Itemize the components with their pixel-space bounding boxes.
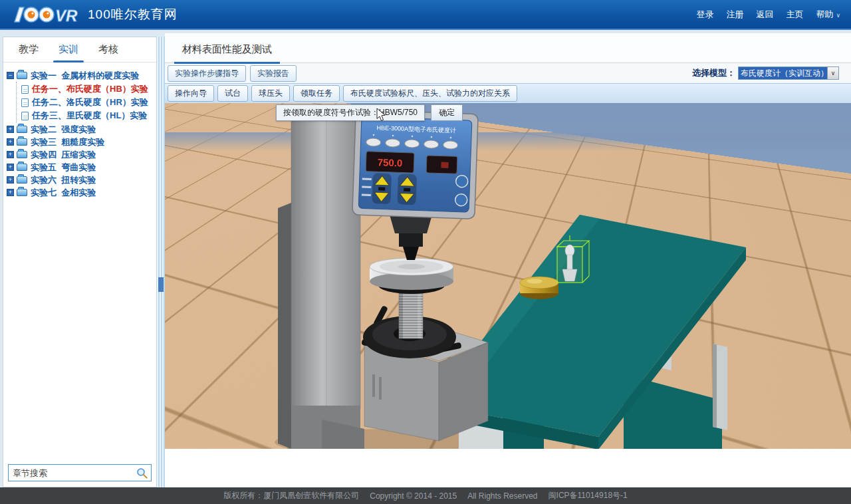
nav-back[interactable]: 返回 — [756, 9, 773, 21]
experiment-tree: − 实验一 金属材料的硬度实验 任务一、布氏硬度（HB）实验 任务二、洛氏硬度（… — [3, 63, 156, 205]
folder-icon — [17, 151, 27, 158]
led-display-secondary — [441, 162, 448, 168]
get-task-button[interactable]: 领取任务 — [293, 85, 340, 102]
tree-node-exp5[interactable]: + 实验五 弯曲实验 — [7, 161, 153, 174]
svg-text:VR: VR — [55, 7, 78, 25]
test-platform[interactable] — [370, 258, 453, 294]
copyright-years: Copyright © 2014 - 2015 — [370, 491, 457, 501]
icp-license: 闽ICP备11014918号-1 — [548, 490, 628, 501]
folder-icon — [17, 176, 27, 184]
expand-icon[interactable]: + — [7, 126, 14, 133]
sidebar-tabs: 教学 实训 考核 — [3, 37, 156, 63]
task-prompt: 按领取的硬度符号作试验：HBW5/750 确定 — [276, 104, 463, 121]
expand-icon[interactable]: + — [7, 151, 14, 158]
main-panel: 材料表面性能及测试 实验操作步骤指导 实验报告 选择模型： 布氏硬度计（实训互动… — [165, 33, 851, 487]
content-area: 教学 实训 考核 − 实验一 金属材料的硬度实验 任务一、布氏硬度（HB）实验 … — [0, 33, 851, 487]
steps-guide-button[interactable]: 实验操作步骤指导 — [168, 65, 246, 82]
wizard-button[interactable]: 操作向导 — [168, 85, 214, 102]
nav-login[interactable]: 登录 — [696, 9, 713, 21]
test-platform-button[interactable]: 试台 — [217, 85, 248, 102]
gold-specimen[interactable] — [520, 277, 558, 299]
confirm-button[interactable]: 确定 — [431, 104, 463, 121]
search-icon[interactable] — [136, 467, 148, 479]
scale-relation-button[interactable]: 布氏硬度试验标尺、压头、试验力的对应关系 — [343, 85, 517, 102]
3d-scene[interactable]: HBE-3000A型电子布氏硬度计 750.0 — [165, 103, 851, 449]
copyright-owner: 版权所有：厦门凤凰创壹软件有限公司 — [223, 490, 359, 501]
tree-node-exp2[interactable]: + 实验二 强度实验 — [7, 123, 153, 136]
nav-register[interactable]: 注册 — [726, 9, 743, 21]
folder-icon — [17, 164, 27, 171]
folder-open-icon — [17, 72, 27, 79]
document-icon — [21, 98, 29, 107]
expand-icon[interactable]: + — [7, 164, 14, 171]
tab-teaching[interactable]: 教学 — [17, 37, 40, 62]
arrow-down-button[interactable] — [397, 174, 417, 205]
tree-children-exp1: 任务一、布氏硬度（HB）实验 任务二、洛氏硬度（HR）实验 任务三、里氏硬度（H… — [16, 82, 153, 123]
tree-node-exp6[interactable]: + 实验六 扭转实验 — [7, 174, 153, 186]
tab-assessment[interactable]: 考核 — [97, 37, 120, 62]
model-select[interactable]: 布氏硬度计（实训互动） ∨ — [738, 66, 839, 80]
model-select-value: 布氏硬度计（实训互动） — [739, 67, 827, 79]
sim-toolbar: 操作向导 试台 球压头 领取任务 布氏硬度试验标尺、压头、试验力的对应关系 — [165, 83, 851, 103]
tab-training[interactable]: 实训 — [57, 37, 80, 62]
model-select-group: 选择模型： 布氏硬度计（实训互动） ∨ — [692, 66, 839, 80]
prompt-message: 按领取的硬度符号作试验：HBW5/750 — [276, 104, 425, 121]
folder-icon — [17, 189, 27, 196]
actions-row: 实验操作步骤指导 实验报告 选择模型： 布氏硬度计（实训互动） ∨ — [165, 63, 851, 83]
tree-node-task2[interactable]: 任务二、洛氏硬度（HR）实验 — [17, 96, 153, 109]
tree-node-exp3[interactable]: + 实验三 粗糙度实验 — [7, 136, 153, 148]
model-select-label: 选择模型： — [692, 67, 735, 79]
tree-node-task1[interactable]: 任务一、布氏硬度（HB）实验 — [17, 82, 153, 96]
document-icon — [21, 112, 29, 120]
course-tab-row: 材料表面性能及测试 — [165, 33, 851, 63]
report-button[interactable]: 实验报告 — [250, 65, 297, 82]
folder-icon — [17, 126, 27, 133]
tree-node-exp7[interactable]: + 实验七 金相实验 — [7, 186, 153, 199]
document-icon — [21, 85, 29, 94]
search-input[interactable] — [9, 468, 136, 478]
chevron-down-icon: ∨ — [836, 12, 840, 19]
arrow-up-button[interactable] — [372, 173, 392, 204]
collapse-icon[interactable]: − — [7, 72, 14, 79]
expand-icon[interactable]: + — [7, 138, 14, 146]
top-nav: 登录 注册 返回 主页 帮助∨ — [683, 9, 840, 21]
rights-reserved: All Rights Reserved — [467, 491, 537, 501]
lead-screw — [399, 287, 423, 338]
nav-help[interactable]: 帮助∨ — [816, 9, 840, 21]
tree-node-exp4[interactable]: + 实验四 压缩实验 — [7, 148, 153, 161]
site-title: 100唯尔教育网 — [88, 6, 178, 23]
folder-icon — [17, 138, 27, 146]
indenter-housing[interactable] — [390, 215, 432, 260]
start-button[interactable] — [455, 175, 468, 188]
course-tab[interactable]: 材料表面性能及测试 — [174, 43, 280, 64]
footer: 版权所有：厦门凤凰创壹软件有限公司 Copyright © 2014 - 201… — [0, 487, 851, 504]
expand-icon[interactable]: + — [7, 176, 14, 184]
control-panel[interactable]: HBE-3000A型电子布氏硬度计 750.0 — [352, 110, 478, 219]
sidebar-splitter[interactable] — [157, 37, 165, 487]
tree-node-exp1[interactable]: − 实验一 金属材料的硬度实验 — [7, 69, 153, 82]
led-display: 750.0 — [378, 156, 403, 168]
tree-node-task3[interactable]: 任务三、里氏硬度（HL）实验 — [17, 109, 153, 122]
nav-home[interactable]: 主页 — [786, 9, 803, 21]
viewport-lower-strip — [165, 449, 851, 487]
hardness-tester[interactable]: HBE-3000A型电子布氏硬度计 750.0 — [278, 107, 488, 449]
expand-icon[interactable]: + — [7, 189, 14, 196]
ball-indenter-button[interactable]: 球压头 — [251, 85, 290, 102]
100vr-logo-icon: VR — [11, 4, 81, 25]
reset-button[interactable] — [455, 193, 467, 206]
splitter-handle-icon[interactable] — [158, 277, 164, 292]
3d-viewport[interactable]: HBE-3000A型电子布氏硬度计 750.0 — [165, 103, 851, 449]
mouse-cursor-icon — [376, 108, 386, 122]
chevron-down-icon[interactable]: ∨ — [827, 67, 838, 79]
sidebar: 教学 实训 考核 − 实验一 金属材料的硬度实验 任务一、布氏硬度（HB）实验 … — [3, 37, 157, 487]
chapter-search — [8, 464, 152, 481]
app-header: VR 100唯尔教育网 登录 注册 返回 主页 帮助∨ — [0, 0, 851, 30]
